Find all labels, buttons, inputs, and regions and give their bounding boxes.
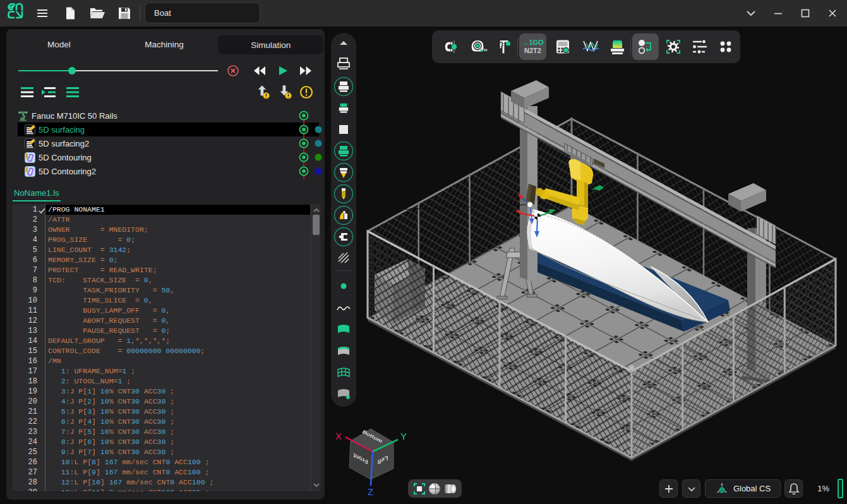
apps-button[interactable] — [713, 30, 738, 63]
code-line[interactable]: 3:J P[1] 10% CNT30 ACC30 ; — [45, 387, 310, 397]
minimize-button[interactable] — [768, 3, 788, 23]
machine-settings-button[interactable] — [660, 30, 687, 63]
code-line[interactable]: 8:J P[6] 10% CNT30 ACC30 ; — [45, 437, 310, 447]
list-tree-button[interactable] — [42, 86, 57, 99]
tool-drill-button[interactable] — [331, 184, 356, 204]
code-line[interactable]: 5:J P[3] 10% CNT30 ACC30 ; — [45, 407, 310, 417]
warnings-button[interactable] — [299, 85, 314, 100]
project-title-input[interactable] — [145, 3, 260, 23]
maximize-button[interactable] — [795, 3, 815, 23]
code-line[interactable]: TIME_SLICE = 0, — [45, 296, 310, 306]
cs-selector[interactable]: Global CS — [705, 479, 781, 498]
fixture-clamp-button[interactable] — [331, 227, 356, 247]
code-line[interactable]: LINE_COUNT = 3142; — [45, 245, 310, 255]
code-line[interactable]: MEMORY_SIZE = 0; — [45, 255, 310, 265]
code-line[interactable]: 1: UFRAME_NUM=1 ; — [45, 366, 310, 376]
code-line[interactable]: PROG_SIZE = 0; — [45, 235, 310, 245]
scrollbar-down-icon[interactable] — [311, 480, 321, 490]
new-file-button[interactable] — [61, 4, 80, 23]
tool-spray-button[interactable] — [331, 162, 356, 183]
material-button[interactable] — [442, 481, 459, 496]
code-line[interactable]: PROTECT = READ_WRITE; — [45, 265, 310, 275]
add-cs-button[interactable] — [659, 479, 678, 498]
tree-item-fanuc-m710ic-50-rails[interactable]: Fanuc M710IC 50 Rails — [6, 109, 325, 123]
go-to-button[interactable]: →1GON2T2 — [519, 33, 546, 60]
play-button[interactable] — [277, 65, 289, 76]
surface-teal-button[interactable] — [331, 321, 356, 337]
window-menu-button[interactable] — [741, 3, 761, 23]
app-logo[interactable] — [1, 0, 29, 27]
fast-forward-button[interactable] — [299, 65, 313, 76]
machine-white-circle-button[interactable] — [331, 76, 356, 97]
open-file-button[interactable] — [88, 4, 107, 23]
next-warning-button[interactable] — [277, 85, 292, 100]
code-line[interactable]: 12:L P[10] 167 mm/sec CNT0 ACC100 ; — [45, 477, 310, 488]
parameters-button[interactable] — [687, 30, 713, 63]
simulation-mode-button[interactable] — [632, 33, 659, 60]
code-line[interactable]: BUSY_LAMP_OFF = 0, — [45, 306, 310, 316]
code-line[interactable]: PAUSE_REQUEST = 0; — [45, 326, 310, 336]
code-line[interactable]: CONTROL_CODE = 00000000 00000000; — [45, 346, 310, 356]
surface-gray-button[interactable] — [331, 343, 356, 359]
measure-button[interactable] — [465, 30, 493, 63]
code-line[interactable]: 11:L P[9] 167 mm/sec CNT0 ACC100 ; — [45, 467, 310, 477]
code-line[interactable]: 9:J P[7] 10% CNT30 ACC30 ; — [45, 447, 310, 457]
save-file-button[interactable] — [115, 4, 134, 23]
editor-file-tab[interactable]: NoName1.ls — [14, 188, 59, 198]
main-menu-button[interactable] — [33, 4, 52, 23]
workpiece-button[interactable] — [331, 121, 356, 138]
tree-item-5d-contouring[interactable]: 5D Contouring — [6, 150, 325, 164]
code-line[interactable]: /PROG NONAME1 — [45, 205, 310, 215]
toolpath-hatch-button[interactable] — [331, 249, 356, 266]
curve-button[interactable] — [331, 300, 356, 316]
scrollbar-up-icon[interactable] — [311, 205, 321, 215]
notifications-button[interactable] — [784, 479, 803, 498]
code-line[interactable]: OWNER = MNEDITOR; — [45, 225, 310, 235]
machine-small-button[interactable] — [331, 100, 356, 116]
prev-warning-button[interactable] — [255, 85, 270, 100]
stop-simulation-button[interactable] — [226, 64, 240, 78]
viewport-3d[interactable]: BottomFrontLeftXYZ →1GON2T2 Global CS 1% — [328, 28, 847, 504]
rewind-button[interactable] — [253, 65, 267, 76]
code-line[interactable]: /ATTR — [45, 215, 310, 225]
caliper-button[interactable] — [491, 30, 517, 63]
close-button[interactable] — [822, 3, 843, 23]
list-compact-button[interactable] — [66, 86, 80, 99]
slider-thumb[interactable] — [68, 67, 76, 75]
machine-head-button[interactable] — [331, 56, 356, 73]
shading-button[interactable] — [427, 481, 442, 496]
tab-simulation[interactable]: Simulation — [218, 35, 323, 54]
mesh-button[interactable] — [331, 364, 356, 381]
simulation-progress-slider[interactable] — [18, 70, 218, 71]
tree-item-5d-surfacing[interactable]: 5D surfacing — [6, 123, 325, 136]
code-area[interactable]: /PROG NONAME1/ATTROWNER = MNEDITOR;PROG_… — [45, 204, 310, 491]
cs-expand-button[interactable] — [682, 479, 700, 498]
code-line[interactable]: 6:J P[4] 10% CNT30 ACC30 ; — [45, 417, 310, 427]
stock-button[interactable] — [604, 30, 630, 63]
fit-view-button[interactable] — [412, 481, 427, 496]
code-line[interactable]: 13:L P[11] 3 mm/sec CNT100 ACC65 ; — [45, 488, 310, 493]
signal-button[interactable] — [577, 30, 604, 63]
machine-teal-circle-button[interactable] — [331, 141, 356, 161]
calculator-button[interactable] — [549, 30, 577, 63]
code-line[interactable]: 4:J P[2] 10% CNT30 ACC30 ; — [45, 397, 310, 407]
tab-machining[interactable]: Machining — [112, 33, 217, 56]
scrollbar-thumb[interactable] — [313, 215, 320, 235]
tree-item-5d-surfacing2[interactable]: 5D surfacing2 — [6, 136, 325, 150]
snap-button[interactable] — [437, 30, 465, 63]
viewport-3d-scene[interactable]: BottomFrontLeftXYZ — [328, 28, 847, 504]
code-line[interactable]: TASK_PRIORITY = 50, — [45, 285, 310, 296]
code-line[interactable]: DEFAULT_GROUP = 1,*,*,*,*; — [45, 336, 310, 346]
point-button[interactable] — [331, 278, 356, 294]
scroll-up-button[interactable] — [331, 39, 356, 47]
list-flat-button[interactable] — [20, 86, 34, 99]
code-line[interactable]: TCD: STACK_SIZE = 0, — [45, 275, 310, 285]
code-line[interactable]: 10:L P[8] 167 mm/sec CNT0 ACC100 ; — [45, 457, 310, 467]
tool-holder-button[interactable] — [331, 205, 356, 225]
code-line[interactable]: /MN — [45, 356, 310, 366]
tree-item-5d-contouring2[interactable]: 5D Contouring2 — [6, 164, 325, 178]
code-editor[interactable]: 1234567891011121314151617181920212223242… — [11, 203, 321, 492]
tab-model[interactable]: Model — [6, 33, 112, 56]
code-line[interactable]: 7:J P[5] 10% CNT30 ACC30 ; — [45, 427, 310, 437]
workpiece-surface-button[interactable] — [331, 385, 356, 402]
